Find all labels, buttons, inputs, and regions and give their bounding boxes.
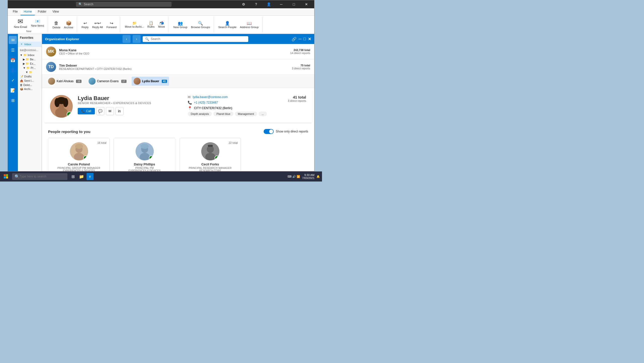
call-icon: 📞 — [81, 109, 85, 113]
location-text: CITY CENTER/7432 (Berlin) — [194, 106, 232, 110]
new-group-icon: 👥 — [178, 21, 183, 26]
sidebar-inbox[interactable]: 📧 Inbox — [18, 41, 42, 47]
org-search-box[interactable]: 🔍 — [143, 36, 248, 42]
minimize-button[interactable]: ─ — [275, 0, 287, 8]
taskbar-search[interactable]: 🔍 — [12, 173, 67, 180]
archive-button[interactable]: 📦 Archive — [62, 19, 75, 30]
org-minimize-button[interactable]: ─ — [299, 37, 301, 41]
chat-button[interactable]: 💬 — [96, 107, 104, 115]
tag-planet-blue[interactable]: Planet blue — [213, 112, 233, 116]
linkedin-button[interactable]: in — [115, 107, 124, 115]
folder-drafts[interactable]: 📝 Drafts — [18, 74, 42, 79]
nav-notes-icon[interactable]: 📝 — [9, 86, 17, 94]
folder-ex[interactable]: ▶ 📁 Ex... — [18, 62, 42, 66]
lydia-full-name: Lydia Bauer — [78, 95, 178, 102]
org-close-button[interactable]: ✕ — [308, 37, 311, 41]
folder-archive[interactable]: 📦 Archi... — [18, 87, 42, 91]
folder-pr-sub[interactable]: ▼ 📁 — [18, 70, 42, 74]
browse-groups-button[interactable]: 🔍 Browse Groups — [189, 20, 212, 30]
delete-btns: 🗑 Delete 📦 Archive — [51, 17, 75, 33]
profile-actions: 📞 Call 💬 ✉ in — [78, 107, 178, 115]
sub-nav-cameron[interactable]: Cameron Evans 17 — [87, 77, 129, 86]
nav-icons: ✉ ☰ 📅 👤 ✓ 📝 ⊞ — [8, 34, 18, 171]
profile-icon[interactable]: 👤 — [263, 0, 274, 8]
direct-reports-toggle[interactable] — [264, 129, 274, 134]
tab-home[interactable]: Home — [21, 8, 35, 15]
report-card-carole[interactable]: 16 total ✓ — [48, 138, 110, 171]
person-row-tim[interactable]: TD Tim Deboer RESEARCH DEPARTMENT • CITY… — [42, 59, 314, 75]
new-items-icon: 📧 — [35, 19, 40, 24]
folder-inbox[interactable]: ▼ 📁 Inbox — [18, 53, 42, 57]
new-items-button[interactable]: 📧 New Items — [30, 18, 46, 28]
notification-icon[interactable]: 🔔 — [316, 175, 320, 178]
nav-calendar-icon[interactable]: 📅 — [9, 56, 17, 64]
settings-icon[interactable]: ⚙ — [238, 0, 249, 8]
tab-view[interactable]: View — [49, 8, 62, 15]
carole-total: 16 total — [97, 141, 106, 144]
tag-management[interactable]: Management — [235, 112, 257, 116]
svg-point-2 — [55, 108, 68, 118]
address-group-button[interactable]: 📖 Address Group — [238, 20, 260, 30]
tab-folder[interactable]: Folder — [35, 8, 49, 15]
reply-button[interactable]: ↩ Reply — [80, 20, 90, 30]
folder-pr[interactable]: ▼ 📁 Pr... — [18, 66, 42, 70]
title-bar-search-area: 🔍 Search — [10, 2, 238, 7]
email-link[interactable]: lydia.bauer@contoso.com — [193, 95, 228, 99]
sub-nav-katri[interactable]: Katri Ahokas 16 — [46, 77, 84, 86]
email-button[interactable]: ✉ — [106, 107, 114, 115]
nav-back-button[interactable]: ‹ — [123, 35, 131, 43]
org-link-icon[interactable]: 🔗 — [292, 37, 297, 41]
nav-apps-icon[interactable]: ⊞ — [9, 96, 17, 104]
edge-icon[interactable]: e — [87, 173, 94, 180]
task-view-icon[interactable]: ⊞ — [69, 173, 76, 180]
title-search-box[interactable]: 🔍 Search — [76, 2, 172, 7]
tab-file[interactable]: File — [10, 8, 21, 15]
mona-total: 242,738 total — [290, 49, 310, 52]
folder-sent[interactable]: 📤 Sent I... — [18, 79, 42, 83]
delete-button[interactable]: 🗑 Delete — [51, 20, 62, 30]
help-icon[interactable]: ? — [250, 0, 262, 8]
new-email-label: New Email — [14, 25, 27, 28]
phone-icon: 📞 — [188, 101, 192, 105]
call-button[interactable]: 📞 Call — [78, 108, 95, 114]
delete-icon: 🗑 — [54, 21, 59, 26]
maximize-button[interactable]: □ — [288, 0, 300, 8]
close-button[interactable]: ✕ — [301, 0, 312, 8]
nav-mail-icon[interactable]: ✉ — [9, 36, 17, 44]
cameron-count: 17 — [121, 80, 127, 83]
nav-contacts-icon[interactable]: 👤 — [9, 66, 17, 74]
org-search-input[interactable] — [151, 37, 246, 41]
move-to-archive-button[interactable]: 📁 Move to Archi... — [123, 20, 145, 29]
org-maximize-button[interactable]: □ — [303, 37, 306, 41]
org-explorer-title: Organization Explorer — [45, 37, 79, 41]
org-explorer-header: Organization Explorer ‹ › 🔍 🔗 ─ □ ✕ — [42, 34, 314, 44]
person-row-mona[interactable]: MK Mona Kane CEO • Office of the CEO 242… — [42, 44, 314, 59]
file-explorer-icon[interactable]: 📁 — [78, 173, 85, 180]
nav-menu-icon[interactable]: ☰ — [9, 46, 17, 54]
svg-point-13 — [141, 144, 149, 149]
report-card-cecil[interactable]: 22 total ✓ — [179, 138, 241, 171]
new-group-label: New — [26, 30, 31, 33]
contact-location: 📍 CITY CENTER/7432 (Berlin) — [188, 106, 288, 110]
taskbar-search-input[interactable] — [20, 175, 57, 178]
tim-total: 75 total — [292, 64, 310, 67]
start-button[interactable] — [2, 172, 10, 180]
folder-be[interactable]: ▶ 📁 Be... — [18, 57, 42, 62]
folder-deleted[interactable]: 🗑 Delet... — [18, 83, 42, 87]
rules-button[interactable]: 📋 Rules — [146, 20, 156, 29]
tag-more[interactable]: ... — [259, 112, 267, 116]
search-people-button[interactable]: 👤 Search People — [217, 20, 238, 30]
nav-tasks-icon[interactable]: ✓ — [9, 76, 17, 84]
reply-all-button[interactable]: ↩↩ Reply All — [91, 20, 104, 30]
tag-depth-analysis[interactable]: Depth analysis — [188, 112, 212, 116]
new-email-button[interactable]: ✉ New Email — [12, 17, 29, 29]
mona-title: CEO • Office of the CEO — [59, 52, 290, 55]
move-button[interactable]: 📬 Move — [156, 20, 167, 29]
nav-forward-button[interactable]: › — [133, 35, 141, 43]
forward-button[interactable]: ↪ Forward — [105, 20, 118, 30]
report-card-daisy[interactable]: ✓ Daisy Phillips PRINCIPAL PM EXPERIENCE… — [114, 138, 175, 171]
sub-nav-lydia[interactable]: Lydia Bauer 41 — [132, 77, 169, 86]
new-group-button[interactable]: 👥 New Group — [172, 20, 189, 30]
forward-label: Forward — [106, 26, 116, 29]
avatar-mona: MK — [46, 47, 56, 57]
